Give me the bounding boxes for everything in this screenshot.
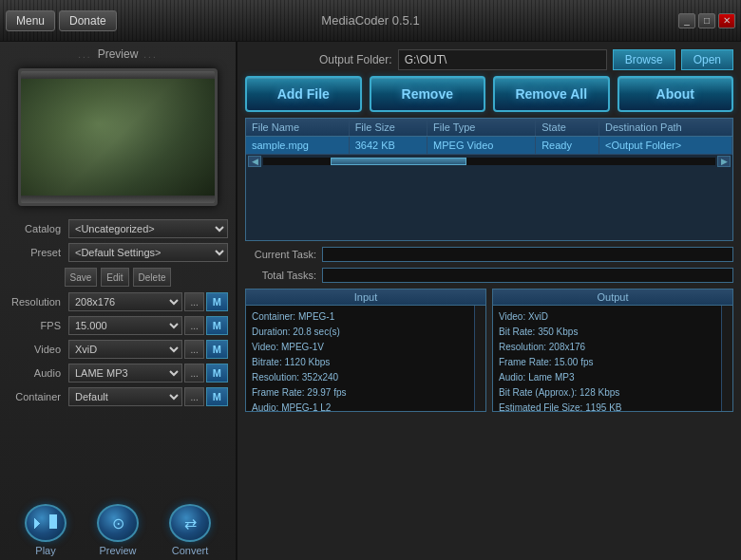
open-button[interactable]: Open (681, 49, 733, 70)
video-select[interactable]: XviD (68, 340, 182, 359)
settings-grid-2: Resolution 208x176 ... M FPS 15.000 ... … (0, 289, 236, 410)
preview-dots-right: ... (143, 49, 157, 60)
container-m-btn[interactable]: M (206, 387, 228, 406)
output-info-scroll[interactable] (721, 306, 732, 411)
title-bar: Menu Donate MediaCoder 0.5.1 _ □ ✕ (0, 0, 741, 42)
remove-all-button[interactable]: Remove All (493, 76, 610, 112)
audio-m-btn[interactable]: M (206, 364, 228, 383)
play-label: Play (35, 545, 55, 556)
preview-ctrl-label: Preview (99, 545, 136, 556)
total-tasks-bar (322, 268, 733, 283)
table-scrollbar: ◀ ▶ (246, 154, 732, 167)
close-button[interactable]: ✕ (718, 13, 735, 28)
minimize-button[interactable]: _ (678, 13, 695, 28)
current-task-label: Current Task: (245, 249, 316, 260)
edit-button[interactable]: Edit (101, 268, 128, 287)
catalog-row: <Uncategorized> (68, 219, 228, 238)
settings-grid: Catalog <Uncategorized> Preset <Default … (0, 215, 236, 266)
audio-select[interactable]: LAME MP3 (68, 364, 182, 383)
preview-frame-top (21, 71, 215, 79)
preview-image (21, 71, 215, 203)
resolution-more-btn[interactable]: ... (184, 292, 203, 311)
output-info-header: Output (493, 289, 732, 306)
catalog-label: Catalog (8, 223, 65, 234)
resolution-select[interactable]: 208x176 (68, 292, 182, 311)
info-line: Video: XviD (499, 309, 715, 325)
add-file-button[interactable]: Add File (245, 76, 362, 112)
output-info-inner: Video: XviD Bit Rate: 350 Kbps Resolutio… (493, 306, 732, 411)
fps-select[interactable]: 15.000 (68, 316, 182, 335)
video-m-btn[interactable]: M (206, 340, 228, 359)
output-info-content: Video: XviD Bit Rate: 350 Kbps Resolutio… (493, 306, 721, 411)
col-state: State (536, 119, 599, 137)
resolution-m-btn[interactable]: M (206, 292, 228, 311)
container-more-btn[interactable]: ... (184, 387, 203, 406)
scroll-right-arrow[interactable]: ▶ (717, 156, 731, 167)
window-controls: _ □ ✕ (678, 13, 735, 28)
restore-button[interactable]: □ (698, 13, 715, 28)
info-line: Estimated File Size: 1195 KB (499, 401, 715, 411)
audio-label: Audio (8, 367, 65, 379)
preview-control[interactable]: ⊙ Preview (97, 504, 139, 556)
fps-more-btn[interactable]: ... (184, 316, 203, 335)
scroll-thumb (331, 158, 466, 165)
col-filename: File Name (246, 119, 349, 137)
fps-label: FPS (8, 320, 65, 331)
preset-select[interactable]: <Default Settings> (68, 243, 228, 262)
fps-m-btn[interactable]: M (206, 316, 228, 335)
input-info-header: Input (246, 289, 485, 306)
play-control[interactable]: ⏵❚ Play (25, 504, 66, 556)
right-panel: Output Folder: Browse Open Add File Remo… (238, 42, 741, 560)
preview-dots-left: ... (78, 49, 91, 60)
info-line: Frame Rate: 15.00 fps (499, 355, 715, 370)
preset-row: <Default Settings> (68, 243, 228, 262)
preview-icon: ⊙ (97, 504, 139, 542)
info-line: Bit Rate (Approx.): 128 Kbps (499, 385, 715, 401)
col-destpath: Destination Path (599, 119, 732, 137)
input-info-scroll[interactable] (474, 306, 485, 411)
container-select[interactable]: Default (68, 387, 182, 406)
info-line: Video: MPEG-1V (252, 340, 468, 355)
convert-control[interactable]: ⇄ Convert (169, 504, 211, 556)
remove-button[interactable]: Remove (370, 76, 486, 112)
delete-button[interactable]: Delete (133, 268, 172, 287)
scroll-track[interactable] (263, 158, 715, 165)
play-icon: ⏵❚ (25, 504, 66, 542)
input-info-content: Container: MPEG-1 Duration: 20.8 sec(s)V… (246, 306, 474, 411)
info-line: Resolution: 208x176 (499, 340, 715, 355)
donate-button[interactable]: Donate (59, 10, 117, 31)
output-info-box: Output Video: XviD Bit Rate: 350 Kbps Re… (492, 289, 733, 412)
catalog-select[interactable]: <Uncategorized> (68, 219, 228, 238)
current-task-bar (322, 247, 733, 262)
action-buttons: Add File Remove Remove All About (245, 76, 733, 112)
browse-button[interactable]: Browse (613, 49, 675, 70)
scroll-left-arrow[interactable]: ◀ (248, 156, 261, 167)
file-table-container: File Name File Size File Type State Dest… (245, 118, 733, 241)
container-row: Default ... M (68, 387, 228, 406)
file-table: File Name File Size File Type State Dest… (246, 119, 732, 154)
video-more-btn[interactable]: ... (184, 340, 203, 359)
output-folder-input[interactable] (398, 49, 607, 70)
info-line: Duration: 20.8 sec(s) (252, 325, 468, 340)
left-panel: ... Preview ... Catalog <Uncategorized> … (0, 42, 238, 560)
fps-row: 15.000 ... M (68, 316, 228, 335)
bottom-controls: ⏵❚ Play ⊙ Preview ⇄ Convert (0, 496, 236, 560)
main-layout: ... Preview ... Catalog <Uncategorized> … (0, 42, 741, 560)
about-button[interactable]: About (618, 76, 734, 112)
convert-icon: ⇄ (169, 504, 211, 542)
resolution-label: Resolution (8, 296, 65, 308)
preview-header: ... Preview ... (0, 42, 236, 65)
total-tasks-label: Total Tasks: (245, 270, 316, 281)
audio-more-btn[interactable]: ... (184, 364, 203, 383)
preview-label: Preview (98, 47, 139, 61)
table-row[interactable]: sample.mpg3642 KBMPEG VideoReady<Output … (246, 137, 732, 155)
col-filetype: File Type (428, 119, 536, 137)
preset-label: Preset (8, 247, 65, 258)
info-line: Container: MPEG-1 (252, 309, 468, 325)
container-label: Container (8, 391, 65, 402)
info-line: Frame Rate: 29.97 fps (252, 385, 468, 401)
menu-button[interactable]: Menu (6, 10, 55, 31)
info-line: Audio: Lame MP3 (499, 370, 715, 385)
save-button[interactable]: Save (65, 268, 98, 287)
preview-area (18, 68, 218, 206)
